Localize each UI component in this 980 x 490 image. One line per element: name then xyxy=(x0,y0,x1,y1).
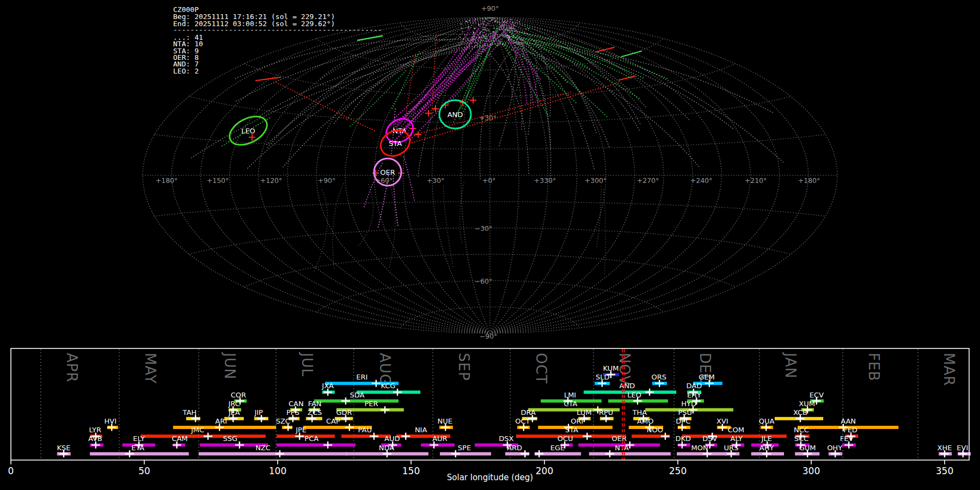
shower-label-AVB: AVB xyxy=(88,434,102,443)
legend-count-LEO: LEO: 2 xyxy=(173,67,199,75)
shower-EVI: EVI xyxy=(957,444,971,458)
lat-grid-label: −60° xyxy=(475,277,493,285)
shower-label-NIA: NIA xyxy=(415,426,427,434)
shower-label-MON: MON xyxy=(691,444,708,452)
x-axis-tick-label: 150 xyxy=(402,465,420,476)
shower-ARD: ARD xyxy=(505,444,529,458)
shower-label-PSU: PSU xyxy=(678,408,692,416)
shower-label-EHY: EHY xyxy=(687,391,701,399)
shower-label-XCB: XCB xyxy=(793,408,807,416)
shower-label-SLD: SLD xyxy=(596,373,610,381)
month-label-APR: APR xyxy=(64,353,80,383)
shower-label-PAU: PAU xyxy=(358,426,372,434)
shower-bar-PAU xyxy=(341,434,391,438)
shower-peak-marker-NZC xyxy=(275,450,284,457)
lon-grid-label: +240° xyxy=(690,176,713,185)
shower-bar-PCA xyxy=(277,443,356,446)
shower-peak-marker-AND xyxy=(645,389,654,396)
shower-JXA: JXA xyxy=(321,382,335,396)
shower-label-COM: COM xyxy=(728,426,745,434)
shower-XHE: XHE xyxy=(938,444,952,458)
shower-label-RPU: RPU xyxy=(599,408,613,416)
shower-label-DSX: DSX xyxy=(499,434,513,443)
legend-separator: ----------------------------------------… xyxy=(173,26,382,34)
shower-peak-marker-NTA xyxy=(605,450,614,457)
shower-label-STA: STA xyxy=(565,426,578,434)
shower-peak-marker-EGE xyxy=(535,450,543,457)
shower-label-DRA: DRA xyxy=(520,408,536,416)
shower-QUA: QUA xyxy=(759,417,775,431)
x-axis-tick-label: 100 xyxy=(269,465,286,476)
shower-label-QUA: QUA xyxy=(759,417,775,425)
x-axis-tick-label: 350 xyxy=(936,465,953,476)
shower-label-JXA: JXA xyxy=(321,382,334,390)
shower-label-SZC: SZC xyxy=(276,417,290,425)
pole-top-label: +90° xyxy=(481,4,499,13)
shower-label-THA: THA xyxy=(632,408,647,416)
shower-label-AHY: AHY xyxy=(759,444,774,452)
shower-XCB: XCB xyxy=(775,408,823,422)
shower-URS: URS xyxy=(724,444,740,458)
shower-label-GEM: GEM xyxy=(699,373,715,381)
shower-label-GUM: GUM xyxy=(799,444,816,452)
lon-grid-label: +30° xyxy=(427,176,445,185)
shower-peak-marker-CAP xyxy=(345,424,354,431)
shower-HVI: HVI xyxy=(105,417,118,431)
x-axis-tick-label: 200 xyxy=(536,465,553,476)
shower-peak-marker-SDA xyxy=(341,397,350,405)
lon-grid-label: +150° xyxy=(207,176,229,185)
shower-SLD: SLD xyxy=(595,373,610,387)
lon-grid-label: +180° xyxy=(156,176,178,185)
radiant-label-AND: AND xyxy=(448,111,463,119)
shower-label-JEA: JEA xyxy=(228,408,240,416)
shower-label-OCT: OCT xyxy=(515,417,530,425)
radiant-label-OER: OER xyxy=(380,168,395,176)
shower-label-ECV: ECV xyxy=(810,391,824,399)
sky-map: +180°+150°+120°+90°+60°+30°+0°+330°+300°… xyxy=(143,4,837,340)
shower-NUE: NUE xyxy=(437,417,452,431)
shower-label-OHY: OHY xyxy=(827,444,842,452)
shower-label-ORS: ORS xyxy=(651,373,666,381)
shower-bar-MON xyxy=(677,452,727,456)
month-label-OCT: OCT xyxy=(533,353,549,384)
lat-grid-label: −30° xyxy=(475,224,493,232)
shower-KSE: KSE xyxy=(57,444,71,458)
shower-bar-NZC xyxy=(199,452,347,456)
shower-label-ARI: ARI xyxy=(215,417,227,425)
shower-label-PCA: PCA xyxy=(304,434,318,443)
shower-label-URS: URS xyxy=(724,444,739,452)
sky-grid xyxy=(143,17,837,333)
radiant-LEO: LEO xyxy=(225,111,272,151)
shower-label-CAN: CAN xyxy=(289,400,304,408)
x-axis-tick-label: 0 xyxy=(8,465,14,476)
x-axis-tick-label: 50 xyxy=(138,465,150,476)
shower-OHY: OHY xyxy=(827,444,842,458)
shower-DPC: DPC xyxy=(676,417,690,431)
meteor-trails xyxy=(190,17,785,275)
shower-label-SDA: SDA xyxy=(350,391,365,399)
shower-label-XVI: XVI xyxy=(716,417,728,425)
shower-label-XUM: XUM xyxy=(799,400,815,408)
shower-bar-KCG xyxy=(357,390,420,394)
shower-label-PER: PER xyxy=(364,400,378,408)
shower-label-CTA: CTA xyxy=(564,400,578,408)
shower-label-KSE: KSE xyxy=(57,444,71,452)
shower-peak-marker-STA xyxy=(583,433,591,440)
shower-JIP: JIP xyxy=(254,408,268,422)
shower-label-NUE: NUE xyxy=(437,417,452,425)
shower-bar-JMC xyxy=(140,434,266,438)
lon-grid-label: +180° xyxy=(798,176,820,185)
shower-label-ORI: ORI xyxy=(571,417,583,425)
activity-timeline: APRMAYJUNJULAUGSEPOCTNOVDECJANFEBMARKUME… xyxy=(8,348,971,476)
shower-DKD: DKD xyxy=(676,434,691,449)
shower-label-ETA: ETA xyxy=(131,444,144,452)
shower-peak-marker-PCA xyxy=(323,442,332,449)
shower-label-LMI: LMI xyxy=(564,391,576,399)
shower-label-AMO: AMO xyxy=(637,417,653,425)
shower-label-JPE: JPE xyxy=(295,426,307,434)
shower-label-FED: FED xyxy=(843,426,857,434)
shower-bar-SPE xyxy=(440,452,491,456)
month-label-JAN: JAN xyxy=(782,352,799,378)
shower-GUM: GUM xyxy=(795,444,819,458)
shower-label-SPE: SPE xyxy=(458,444,471,452)
